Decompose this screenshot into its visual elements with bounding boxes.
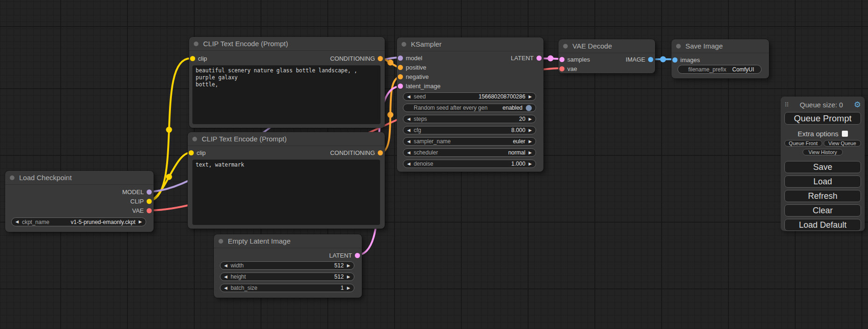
node-title: VAE Decode (572, 42, 612, 50)
node-clip-text-encode-positive[interactable]: CLIP Text Encode (Prompt) clip CONDITION… (189, 37, 385, 128)
widget-seed[interactable]: ◀ seed 156680208700286 ▶ (403, 92, 536, 101)
decrement-arrow-icon[interactable]: ◀ (224, 275, 227, 279)
input-port-clip[interactable] (190, 56, 195, 61)
node-title: Load Checkpoint (19, 174, 72, 182)
negative-prompt-textarea[interactable]: text, watermark (192, 160, 380, 225)
increment-arrow-icon[interactable]: ▶ (139, 220, 142, 224)
clear-button[interactable]: Clear (784, 204, 861, 217)
queue-front-button[interactable]: Queue Front (784, 140, 822, 147)
increment-arrow-icon[interactable]: ▶ (347, 286, 350, 290)
widget-denoise[interactable]: ◀ denoise 1.000 ▶ (403, 160, 536, 168)
queue-prompt-button[interactable]: Queue Prompt (784, 112, 861, 125)
decrement-arrow-icon[interactable]: ◀ (407, 128, 410, 133)
increment-arrow-icon[interactable]: ▶ (529, 117, 532, 121)
widget-batch-size[interactable]: ◀ batch_size 1 ▶ (220, 284, 354, 292)
input-port-latent-image[interactable] (398, 84, 403, 89)
decrement-arrow-icon[interactable]: ◀ (224, 286, 227, 290)
link-midpoint-dot (388, 60, 394, 66)
increment-arrow-icon[interactable]: ▶ (529, 128, 532, 133)
node-vae-decode[interactable]: VAE Decode samples vae IMAGE (558, 39, 655, 73)
collapse-dot-icon[interactable] (219, 239, 223, 244)
collapse-dot-icon[interactable] (402, 42, 406, 47)
node-ksampler[interactable]: KSampler model positive negative latent_… (397, 37, 543, 172)
widget-label: ckpt_name (22, 219, 49, 225)
output-port-latent[interactable] (355, 253, 360, 258)
collapse-dot-icon[interactable] (10, 175, 14, 180)
output-port-conditioning[interactable] (378, 150, 383, 155)
input-port-vae[interactable] (559, 66, 565, 71)
input-label: samples (567, 56, 590, 63)
input-port-model[interactable] (398, 56, 403, 61)
input-port-samples[interactable] (559, 57, 565, 62)
save-button[interactable]: Save (784, 161, 861, 173)
graph-canvas[interactable]: Load Checkpoint MODEL CLIP VAE ◀ ckpt_na… (0, 0, 868, 329)
extra-options-checkbox[interactable] (842, 131, 848, 137)
widget-cfg[interactable]: ◀ cfg 8.000 ▶ (403, 126, 536, 134)
load-default-button[interactable]: Load Default (784, 219, 861, 231)
node-save-image[interactable]: Save Image images filename_prefix ComfyU… (671, 39, 769, 78)
node-title: KSampler (411, 40, 442, 48)
input-port-images[interactable] (672, 57, 677, 63)
increment-arrow-icon[interactable]: ▶ (529, 140, 532, 144)
collapse-dot-icon[interactable] (192, 137, 197, 141)
widget-value: 1 (340, 285, 344, 291)
decrement-arrow-icon[interactable]: ◀ (15, 220, 19, 224)
node-empty-latent-image[interactable]: Empty Latent Image LATENT ◀ width 512 ▶ … (214, 234, 362, 298)
input-port-positive[interactable] (398, 65, 403, 70)
drag-handle-icon[interactable]: ⠿ (784, 101, 789, 108)
output-port-image[interactable] (648, 57, 653, 62)
widget-width[interactable]: ◀ width 512 ▶ (220, 261, 354, 270)
output-label: VAE (132, 207, 144, 214)
increment-arrow-icon[interactable]: ▶ (529, 151, 532, 155)
increment-arrow-icon[interactable]: ▶ (347, 264, 350, 268)
queue-panel: ⠿ Queue size: 0 ⚙ Queue Prompt Extra opt… (781, 97, 865, 231)
output-label: CONDITIONING (330, 149, 375, 156)
widget-label: scheduler (414, 149, 438, 156)
increment-arrow-icon[interactable]: ▶ (529, 95, 532, 99)
widget-filename-prefix[interactable]: filename_prefix ComfyUI (677, 65, 762, 74)
refresh-button[interactable]: Refresh (784, 190, 861, 202)
decrement-arrow-icon[interactable]: ◀ (224, 264, 227, 268)
toggle-knob-icon[interactable] (526, 105, 532, 111)
decrement-arrow-icon[interactable]: ◀ (407, 95, 410, 99)
output-port-latent[interactable] (536, 56, 542, 61)
view-queue-button[interactable]: View Queue (824, 140, 861, 147)
widget-label: Random seed after every gen (414, 105, 487, 111)
widget-sampler-name[interactable]: ◀ sampler_name euler ▶ (403, 137, 536, 146)
widget-steps[interactable]: ◀ steps 20 ▶ (403, 115, 536, 123)
decrement-arrow-icon[interactable]: ◀ (407, 151, 410, 155)
decrement-arrow-icon[interactable]: ◀ (407, 162, 410, 166)
collapse-dot-icon[interactable] (194, 42, 198, 46)
widget-value: 20 (519, 116, 525, 122)
widget-ckpt-name[interactable]: ◀ ckpt_name v1-5-pruned-emaonly.ckpt ▶ (11, 217, 146, 226)
node-title: Save Image (685, 42, 723, 50)
input-port-negative[interactable] (398, 74, 403, 79)
output-port-conditioning[interactable] (378, 56, 383, 61)
widget-value: enabled (502, 105, 522, 111)
input-port-clip[interactable] (189, 150, 194, 155)
output-port-vae[interactable] (147, 208, 152, 213)
view-history-button[interactable]: View History (803, 149, 843, 155)
decrement-arrow-icon[interactable]: ◀ (407, 140, 410, 144)
output-port-model[interactable] (147, 189, 152, 195)
decrement-arrow-icon[interactable]: ◀ (407, 117, 410, 121)
output-port-clip[interactable] (147, 199, 152, 204)
link-midpoint-dot (166, 174, 172, 180)
widget-height[interactable]: ◀ height 512 ▶ (220, 273, 354, 281)
increment-arrow-icon[interactable]: ▶ (529, 162, 532, 166)
output-label: LATENT (511, 55, 534, 62)
load-button[interactable]: Load (784, 175, 861, 188)
collapse-dot-icon[interactable] (676, 44, 681, 49)
node-title: CLIP Text Encode (Prompt) (203, 40, 288, 48)
widget-value: 8.000 (511, 127, 525, 133)
node-load-checkpoint[interactable]: Load Checkpoint MODEL CLIP VAE ◀ ckpt_na… (5, 171, 154, 232)
increment-arrow-icon[interactable]: ▶ (347, 275, 350, 279)
gear-icon[interactable]: ⚙ (854, 101, 861, 109)
widget-scheduler[interactable]: ◀ scheduler normal ▶ (403, 148, 536, 157)
collapse-dot-icon[interactable] (563, 44, 568, 49)
widget-value: ComfyUI (732, 66, 754, 73)
widget-random-seed-toggle[interactable]: Random seed after every gen enabled (403, 104, 536, 112)
widget-value: 1.000 (511, 161, 525, 167)
positive-prompt-textarea[interactable]: beautiful scenery nature glass bottle la… (192, 65, 381, 124)
node-clip-text-encode-negative[interactable]: CLIP Text Encode (Prompt) clip CONDITION… (188, 132, 385, 229)
